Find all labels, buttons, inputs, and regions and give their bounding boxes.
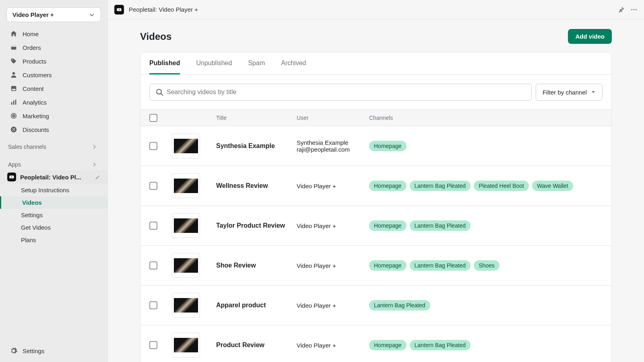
channel-tag[interactable]: Pleated Heel Boot [474,181,529,191]
sidebar-item-label: Discounts [23,126,49,133]
tab-spam[interactable]: Spam [248,52,265,74]
add-video-button[interactable]: Add video [568,29,612,44]
caret-down-icon [591,90,596,95]
svg-point-13 [12,128,13,129]
sidebar-footer-label: Settings [23,348,44,354]
app-item-peopletail[interactable]: Peopletail: Video Pl... [0,170,107,184]
app-sub-videos[interactable]: Videos [0,196,107,209]
channel-tag[interactable]: Lantern Bag Pleated [410,181,471,191]
app-sub-plans[interactable]: Plans [0,234,107,246]
channel-tag[interactable]: Lantern Bag Pleated [410,220,471,231]
video-title: Apparel product [216,302,297,309]
sidebar-item-label: Customers [23,72,52,78]
channel-tag[interactable]: Homepage [369,260,407,271]
tab-unpublished[interactable]: Unpublished [196,52,232,74]
video-thumbnail[interactable] [172,333,200,358]
table-row[interactable]: Taylor Product ReviewVideo Player +Homep… [140,206,611,246]
row-checkbox[interactable] [149,182,157,190]
chevron-down-icon [89,12,95,18]
sidebar-item-orders[interactable]: Orders [0,41,107,54]
sales-channels-header[interactable]: Sales channels [0,140,107,152]
video-user: Synthesia Exampleraji@peopletail.com [297,139,369,153]
row-checkbox[interactable] [149,222,157,230]
customers-icon [10,71,18,79]
row-checkbox[interactable] [149,301,157,309]
channel-tags: HomepageLantern Bag PleatedPleated Heel … [369,181,603,191]
video-user: Video Player + [297,302,369,309]
channel-tag[interactable]: Homepage [369,340,407,350]
search-input[interactable] [167,84,531,100]
apps-label: Apps [8,161,21,168]
sidebar-item-home[interactable]: Home [0,27,107,41]
table-row[interactable]: Product ReviewVideo Player +HomepageLant… [140,325,611,362]
videos-card: Published Unpublished Spam Archived Filt… [140,52,612,362]
search-wrap [149,84,532,101]
store-selector[interactable]: Video Player + [6,7,101,22]
sidebar-item-content[interactable]: Content [0,82,107,95]
tab-archived[interactable]: Archived [281,52,306,74]
svg-rect-7 [13,101,14,105]
store-selector-label: Video Player + [12,11,54,18]
table-body: Synthesia ExampleSynthesia Exampleraji@p… [140,126,611,362]
channel-tag[interactable]: Lantern Bag Pleated [369,300,430,311]
more-icon[interactable] [630,6,638,13]
sidebar-item-analytics[interactable]: Analytics [0,95,107,109]
video-thumbnail[interactable] [172,173,200,198]
orders-icon [10,43,18,51]
video-title: Product Review [216,341,297,349]
sidebar-item-marketing[interactable]: Marketing [0,109,107,123]
sidebar-item-label: Analytics [23,99,47,106]
topbar-title: Peopletail: Video Player + [129,6,198,13]
chevron-right-icon [91,144,98,150]
table-row[interactable]: Synthesia ExampleSynthesia Exampleraji@p… [140,126,611,166]
products-icon [10,57,18,65]
svg-point-3 [12,72,15,74]
sidebar-item-products[interactable]: Products [0,54,107,68]
col-channels: Channels [369,115,603,121]
analytics-icon [10,98,18,106]
topbar-actions [617,6,638,13]
table-row[interactable]: Shoe ReviewVideo Player +HomepageLantern… [140,246,611,286]
channel-tag[interactable]: Shoes [474,260,500,271]
svg-point-11 [13,115,14,116]
app-sub-settings[interactable]: Settings [0,209,107,221]
apps-header[interactable]: Apps [0,158,107,170]
app-logo-icon [7,173,16,181]
sidebar-item-label: Orders [23,44,41,51]
app-sub-setup[interactable]: Setup Instructions [0,184,107,196]
video-thumbnail[interactable] [172,293,200,318]
sidebar-item-label: Marketing [23,113,49,119]
app-sub-get-videos[interactable]: Get Videos [0,221,107,234]
table-row[interactable]: Apparel productVideo Player +Lantern Bag… [140,286,611,325]
filter-row: Filter by channel [140,75,611,109]
tabs: Published Unpublished Spam Archived [140,52,611,75]
svg-rect-1 [11,45,17,47]
row-checkbox[interactable] [149,142,157,150]
sidebar-item-discounts[interactable]: Discounts [0,123,107,136]
svg-point-20 [157,89,161,94]
page-header: Videos Add video [140,29,612,44]
channel-tag[interactable]: Lantern Bag Pleated [410,340,471,350]
row-checkbox[interactable] [149,261,157,269]
channel-tag[interactable]: Wave Wallet [532,181,573,191]
sidebar-item-customers[interactable]: Customers [0,68,107,82]
select-all-checkbox[interactable] [149,114,157,122]
channel-tag[interactable]: Lantern Bag Pleated [410,260,471,271]
channel-tags: Lantern Bag Pleated [369,300,603,311]
channel-tag[interactable]: Homepage [369,220,407,231]
sidebar-footer-settings[interactable]: Settings [0,343,107,355]
tab-published[interactable]: Published [149,52,180,74]
video-title: Synthesia Example [216,142,297,150]
channel-tag[interactable]: Homepage [369,181,407,191]
channel-tag[interactable]: Homepage [369,141,407,151]
pin-icon[interactable] [94,174,100,180]
filter-channel-select[interactable]: Filter by channel [536,84,603,101]
sidebar-item-label: Home [23,31,39,37]
video-thumbnail[interactable] [172,213,200,238]
row-checkbox[interactable] [149,341,157,349]
pin-icon[interactable] [617,6,625,13]
table-row[interactable]: Wellness ReviewVideo Player +HomepageLan… [140,166,611,206]
video-thumbnail[interactable] [172,253,200,278]
video-thumbnail[interactable] [172,134,200,158]
svg-point-17 [631,9,632,10]
